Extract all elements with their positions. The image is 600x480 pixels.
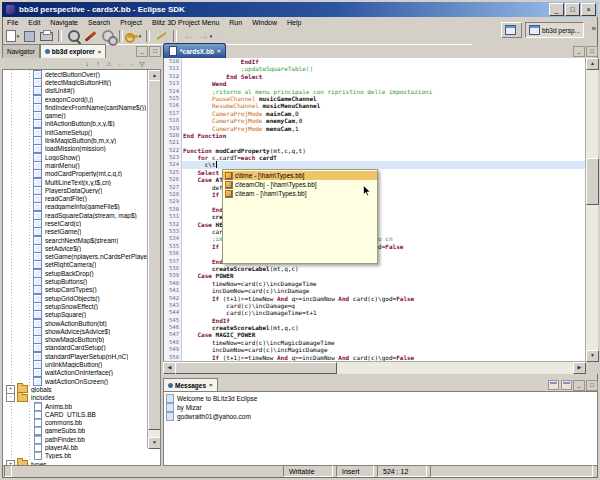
tree-item[interactable]: linkMagicButton(b,m,x,y) (3, 136, 160, 144)
code-line[interactable]: 545 EndIf (164, 317, 586, 324)
tree-item[interactable]: playerAI.bb (3, 443, 160, 451)
minimize-view-button[interactable]: _ (573, 380, 585, 391)
toolbar-overflow-chevron[interactable]: » (592, 24, 596, 33)
tree-item[interactable]: unlinkMagicButton() (3, 360, 160, 368)
tree-item[interactable]: LogoShow() (3, 153, 160, 161)
build-button[interactable] (83, 29, 98, 43)
title-bar[interactable]: bb3d perspective - cardsX.bb - Eclipse S… (2, 2, 598, 17)
code-line[interactable]: 519 CameraProjMode menuCam,1 (164, 125, 586, 132)
tree-item[interactable]: setupGridObjects() (3, 294, 160, 302)
code-line[interactable]: 524 c\t (164, 161, 586, 168)
code-line[interactable]: 523 for c.cardT=each cardT (164, 154, 586, 161)
menu-file[interactable]: File (2, 18, 23, 27)
tree-item[interactable]: setRightCamera() (3, 261, 160, 269)
close-icon[interactable]: × (209, 382, 213, 388)
autocomplete-item[interactable]: c\teamObj - [\ham\Types.bb] (223, 180, 377, 189)
tree-item[interactable]: PlayersDataQuery() (3, 186, 160, 194)
scroll-up-icon[interactable]: ▲ (586, 58, 599, 70)
last-edit-button[interactable]: ← (215, 29, 230, 43)
tree-item[interactable]: gameSubs.bb (3, 427, 160, 435)
tree-item[interactable]: Types.bb (3, 452, 160, 460)
editor-vertical-scrollbar[interactable]: ▲ ▼ (585, 58, 598, 362)
back-button[interactable]: ← (181, 29, 196, 43)
tree-item[interactable]: setAdvice$() (3, 244, 160, 252)
tree-item[interactable]: readSquareData(stream, map$) (3, 211, 160, 219)
menu-window[interactable]: Window (247, 18, 282, 27)
code-line[interactable]: 541 incDamNow=card(c)\incDamage (164, 287, 586, 294)
tree-item[interactable]: pathFinder.bb (3, 435, 160, 443)
tree-item[interactable]: exagonCoord(i,j) (3, 95, 160, 103)
save-button[interactable] (22, 29, 37, 43)
code-line[interactable]: 540 timeNow=card(c)\incDamageTime (164, 280, 586, 287)
tab-messages[interactable]: Messages × (163, 378, 218, 391)
tree-item[interactable]: waitActionOnInterface() (3, 369, 160, 377)
code-line[interactable]: 512 End Select (164, 73, 586, 80)
close-button[interactable]: × (581, 3, 596, 16)
tree-item[interactable]: setupSquare() (3, 311, 160, 319)
tree-item[interactable]: mainMenu() (3, 161, 160, 169)
tree-item[interactable]: waitActionOnScreen() (3, 377, 160, 385)
code-line[interactable]: 550 If (t+1)>=timeNow And q>=incDamNow A… (164, 354, 586, 361)
mark-occurrences-button[interactable] (154, 29, 169, 43)
pin-console-icon[interactable] (548, 380, 559, 390)
tree-item[interactable]: setupSnowEffect() (3, 302, 160, 310)
tab-cardsx-bb[interactable]: *cardsX.bb × (163, 43, 226, 58)
minimize-button[interactable]: _ (549, 3, 564, 16)
autocomplete-item[interactable]: c\team - [\ham\Types.bb] (223, 189, 377, 198)
explorer-tree[interactable]: detectButtonOver()detectMagicButtonHit()… (2, 69, 161, 466)
messages-content[interactable]: Welcome to BLitz3d Eclipseby Mizargodwra… (163, 391, 598, 466)
menu-help[interactable]: Help (282, 18, 306, 27)
tree-item[interactable]: loadMission(mission) (3, 145, 160, 153)
explorer-vertical-scrollbar[interactable]: ▲ ▼ (147, 70, 160, 448)
print-button[interactable] (39, 29, 54, 43)
code-line[interactable]: 513 Wend (164, 80, 586, 87)
code-line[interactable]: 514 ;ritorno al menu principale con ripr… (164, 88, 586, 95)
home-button[interactable]: ⌂ (104, 59, 114, 68)
code-line[interactable]: 543 card(c)\incDamage=q (164, 302, 586, 309)
maximize-view-button[interactable]: □ (149, 46, 161, 57)
view-menu-button[interactable]: ▽ (137, 59, 147, 68)
tree-item[interactable]: +globals (3, 385, 160, 393)
tree-item[interactable]: initActionButton(b,x,y,l$) (3, 120, 160, 128)
scrollbar-thumb[interactable] (586, 158, 599, 205)
code-line[interactable]: 515 PauseChannel musicGameChannel (164, 95, 586, 102)
code-line[interactable]: 549 incDamNow=card(c)\incMagicDamage (164, 346, 586, 353)
tree-item[interactable]: detectButtonOver() (3, 70, 160, 78)
forward-history-button[interactable]: → (126, 59, 136, 68)
tree-item[interactable]: setupBackDrop() (3, 269, 160, 277)
code-line[interactable]: 516 ResumeChannel musicMenuChannel (164, 102, 586, 109)
back-history-button[interactable]: ← (115, 59, 125, 68)
code-line[interactable]: 511 ;updateSquareTable() (164, 65, 586, 72)
scroll-right-icon[interactable]: ▶ (573, 362, 586, 374)
scrollbar-thumb[interactable] (175, 362, 337, 374)
scroll-down-icon[interactable]: ▼ (586, 350, 599, 362)
tree-item[interactable]: game() (3, 111, 160, 119)
code-line[interactable]: 538 createScoreLabel(mt,q,c) (164, 265, 586, 272)
code-line[interactable]: 544 card(c)\incDamageTime=t+1 (164, 309, 586, 316)
code-line[interactable]: 510 EndIf (164, 58, 586, 65)
editor-horizontal-scrollbar[interactable]: ◀ ▶ (163, 361, 586, 374)
code-line[interactable]: 518 CameraProjMode enemyCam,0 (164, 117, 586, 124)
tree-item[interactable]: modCardProperty(mt,c,q,t) (3, 170, 160, 178)
menu-search[interactable]: Search (83, 18, 115, 27)
menu-edit[interactable]: Edit (23, 18, 45, 27)
maximize-view-button[interactable]: □ (586, 380, 598, 391)
open-perspective-button[interactable] (501, 22, 522, 38)
settings-button[interactable] (100, 29, 115, 43)
code-line[interactable]: 517 CameraProjMode mainCam,0 (164, 110, 586, 117)
tree-item[interactable]: setGame(nplayers,nCardsPerPlayer) (3, 253, 160, 261)
forward-button[interactable]: →▾ (198, 29, 213, 43)
menu-navigate[interactable]: Navigate (45, 18, 83, 27)
tree-item[interactable]: CARD_UTILS.BB (3, 410, 160, 418)
tree-item[interactable]: standardCardSetup() (3, 344, 160, 352)
minimize-view-button[interactable]: _ (136, 46, 148, 57)
tab-navigator[interactable]: Navigator (2, 44, 40, 58)
code-line[interactable]: 520End Function (164, 132, 586, 139)
minimize-editor-button[interactable]: _ (573, 46, 585, 57)
tree-item[interactable]: initGameSetup() (3, 128, 160, 136)
tree-item[interactable]: MultiLineText(x,y,t$,cn) (3, 178, 160, 186)
tree-item[interactable]: showAdvice(sAdvice$) (3, 327, 160, 335)
scrollbar-thumb[interactable] (148, 80, 161, 430)
code-line[interactable]: 539 Case POWER (164, 272, 586, 279)
code-line[interactable]: 522Function modCardProperty(mt,c,q,t) (164, 147, 586, 154)
